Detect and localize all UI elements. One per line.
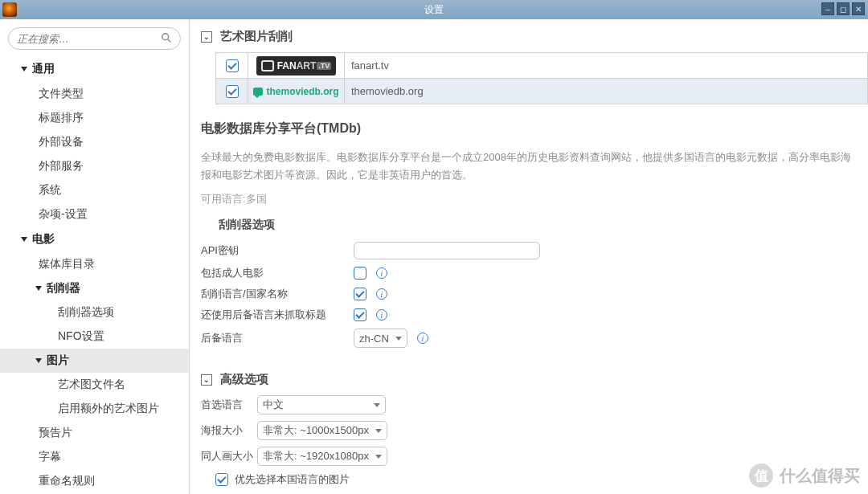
scraper-name: themoviedb.org (345, 79, 868, 104)
nav-tree: 通用 文件类型 标题排序 外部设备 外部服务 系统 杂项-设置 电影 媒体库目录… (0, 56, 189, 494)
tree-item[interactable]: 字幕 (0, 445, 189, 469)
label-fallback-lang: 后备语言 (201, 331, 354, 345)
window-title: 设置 (424, 3, 444, 17)
scraper-row-fanart[interactable]: FANART.TV fanart.tv (216, 53, 868, 79)
chevron-down-icon (375, 455, 382, 459)
minimize-button[interactable]: – (821, 2, 834, 15)
label-lang-country: 刮削语言/国家名称 (201, 287, 354, 301)
section-advanced: ⌄ 高级选项 (201, 372, 854, 387)
tree-subgroup-scraper[interactable]: 刮削器 (0, 276, 189, 300)
label-prefer-own-lang: 优先选择本国语言的图片 (235, 472, 350, 487)
checkbox-fallback-title[interactable] (354, 308, 366, 321)
row-api-key: API密钥 (201, 242, 854, 259)
close-button[interactable]: ✕ (852, 2, 865, 15)
chevron-down-icon (395, 337, 402, 341)
row-adult: 包括成人电影 i (201, 266, 854, 280)
tree-item[interactable]: 系统 (0, 178, 189, 202)
label-adult: 包括成人电影 (201, 266, 354, 280)
label-api-key: API密钥 (201, 243, 354, 258)
tree-item[interactable]: 预告片 (0, 421, 189, 445)
chevron-down-icon (21, 67, 27, 71)
collapse-icon[interactable]: ⌄ (201, 374, 212, 386)
tree-group-general[interactable]: 通用 (0, 56, 189, 82)
checkbox-prefer-own-lang[interactable] (215, 473, 228, 486)
row-pref-lang: 首选语言 中文 (201, 395, 854, 414)
tree-item[interactable]: NFO设置 (0, 325, 189, 349)
titlebar: 设置 – ◻ ✕ (0, 0, 868, 19)
scraper-checkbox[interactable] (226, 59, 239, 72)
select-pref-lang[interactable]: 中文 (257, 395, 386, 414)
tree-item[interactable]: 刮削器选项 (0, 300, 189, 325)
tree-item[interactable]: 启用额外的艺术图片 (0, 397, 189, 421)
watermark-badge: 值 (749, 463, 773, 488)
scraper-name: fanart.tv (345, 53, 868, 79)
search-box[interactable] (8, 27, 181, 50)
tree-item[interactable]: 杂项-设置 (0, 202, 189, 227)
select-fallback-lang[interactable]: zh-CN (354, 329, 407, 348)
main-panel: ⌄ 艺术图片刮削 FANART.TV fanart.tv themoviedb.… (190, 19, 868, 494)
watermark: 值 什么值得买 (749, 463, 860, 488)
checkbox-adult[interactable] (354, 267, 366, 280)
chevron-down-icon (374, 403, 380, 407)
watermark-text: 什么值得买 (780, 465, 860, 487)
svg-line-1 (168, 39, 171, 42)
chevron-down-icon (21, 237, 27, 242)
app-icon (2, 2, 17, 17)
bubble-icon (253, 88, 263, 96)
select-fanart-size[interactable]: 非常大: ~1920x1080px (257, 447, 387, 466)
tree-item[interactable]: 文件类型 (0, 82, 189, 106)
select-poster-size[interactable]: 非常大: ~1000x1500px (257, 421, 387, 440)
label-fanart-size: 同人画大小 (201, 449, 257, 463)
scraper-logo: FANART.TV (248, 53, 345, 79)
tv-icon (261, 60, 274, 71)
scraper-checkbox[interactable] (226, 85, 239, 98)
tree-item[interactable]: 外部服务 (0, 154, 189, 178)
info-icon[interactable]: i (376, 309, 387, 320)
tree-item[interactable]: 媒体库目录 (0, 252, 189, 276)
search-input[interactable] (17, 33, 161, 45)
platform-description: 全球最大的免费电影数据库。电影数据库分享平台是一个成立2008年的历史电影资料查… (201, 149, 854, 184)
available-languages: 可用语言:多国 (201, 192, 854, 206)
info-icon[interactable]: i (417, 333, 428, 344)
tree-group-movie[interactable]: 电影 (0, 227, 189, 252)
tree-item[interactable]: 标题排序 (0, 106, 189, 130)
row-fallback-title: 还使用后备语言来抓取标题 i (201, 308, 854, 322)
input-api-key[interactable] (354, 242, 540, 259)
tree-item[interactable]: 外部设备 (0, 130, 189, 154)
row-fallback-lang: 后备语言 zh-CN i (201, 329, 854, 348)
tree-item-images[interactable]: 图片 (0, 349, 189, 373)
checkbox-lang-country[interactable] (354, 288, 366, 300)
scraper-logo: themoviedb.org (248, 79, 345, 104)
svg-point-0 (162, 33, 169, 39)
row-lang-country: 刮削语言/国家名称 i (201, 287, 854, 301)
info-icon[interactable]: i (376, 288, 387, 300)
tree-item[interactable]: 艺术图文件名 (0, 373, 189, 397)
row-poster-size: 海报大小 非常大: ~1000x1500px (201, 421, 854, 440)
scraper-row-tmdb[interactable]: themoviedb.org themoviedb.org (216, 79, 868, 104)
search-icon (161, 32, 172, 46)
sidebar: 通用 文件类型 标题排序 外部设备 外部服务 系统 杂项-设置 电影 媒体库目录… (0, 19, 190, 494)
maximize-button[interactable]: ◻ (837, 2, 850, 15)
tree-item[interactable]: 重命名规则 (0, 469, 189, 493)
collapse-icon[interactable]: ⌄ (201, 31, 212, 43)
section-artwork-scraper: ⌄ 艺术图片刮削 (201, 29, 854, 44)
chevron-down-icon (375, 429, 382, 433)
chevron-down-icon (35, 286, 42, 291)
platform-title: 电影数据库分享平台(TMDb) (201, 120, 854, 137)
scraper-options-title: 刮削器选项 (219, 218, 854, 232)
scraper-table: FANART.TV fanart.tv themoviedb.org themo… (215, 52, 868, 104)
label-fallback-title: 还使用后备语言来抓取标题 (201, 308, 354, 322)
label-pref-lang: 首选语言 (201, 398, 257, 412)
label-poster-size: 海报大小 (201, 423, 257, 438)
info-icon[interactable]: i (376, 267, 387, 279)
